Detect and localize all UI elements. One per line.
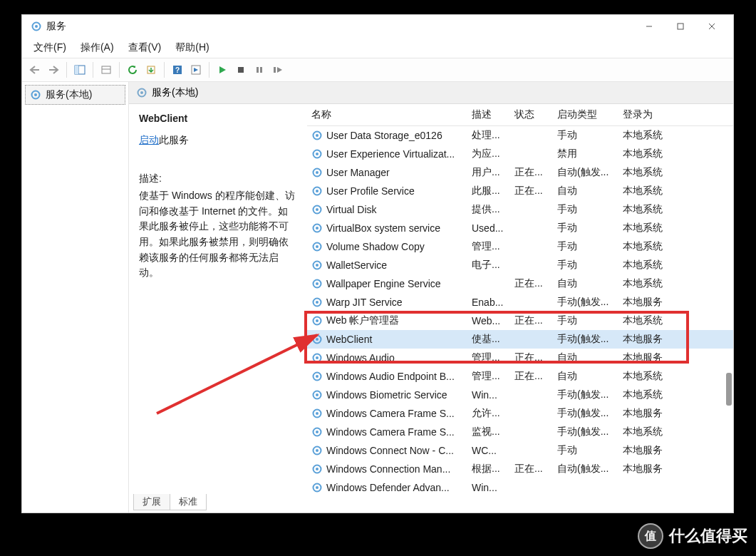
table-row[interactable]: Virtual Disk提供...手动本地系统	[307, 200, 733, 219]
svc-start: 手动(触发...	[553, 333, 618, 346]
table-row[interactable]: Windows Connect Now - C...WC...手动本地服务	[307, 441, 733, 460]
svg-point-48	[316, 356, 319, 359]
watermark-badge: 值	[638, 523, 663, 549]
show-hide-tree-button[interactable]	[71, 61, 88, 78]
svc-start: 自动	[553, 185, 618, 197]
table-row[interactable]: User Experience Virtualizat...为应...禁用本地系…	[307, 145, 733, 163]
menu-action[interactable]: 操作(A)	[73, 39, 121, 56]
svc-start: 手动	[553, 444, 618, 457]
table-row[interactable]: WebClient使基...手动(触发...本地服务	[307, 330, 733, 349]
svc-logon: 本地系统	[618, 370, 677, 383]
gear-icon	[311, 408, 323, 419]
svg-point-22	[140, 91, 143, 94]
svc-desc: Used...	[467, 222, 510, 234]
svc-desc: 管理...	[467, 351, 510, 364]
svc-start: 手动	[553, 129, 618, 142]
svc-status: 正在...	[510, 166, 553, 179]
table-row[interactable]: User Manager用户...正在...自动(触发...本地系统	[307, 163, 733, 182]
maximize-button[interactable]	[665, 15, 696, 38]
properties-button[interactable]	[98, 61, 115, 78]
menu-view[interactable]: 查看(V)	[121, 39, 169, 56]
menu-file[interactable]: 文件(F)	[26, 39, 73, 56]
pane-header: 服务(本地)	[129, 82, 733, 104]
col-desc[interactable]: 描述	[467, 108, 510, 121]
svc-logon: 本地服务	[618, 351, 677, 364]
svg-point-40	[316, 282, 319, 285]
svc-start: 自动(触发...	[553, 463, 618, 475]
svc-logon: 本地系统	[618, 148, 677, 160]
svc-name: Volume Shadow Copy	[326, 241, 425, 252]
svc-logon: 本地服务	[618, 333, 677, 346]
table-row[interactable]: Windows Connection Man...根据...正在...自动(触发…	[307, 460, 733, 478]
svg-rect-3	[678, 24, 683, 29]
table-row[interactable]: Windows Camera Frame S...允许...手动(触发...本地…	[307, 404, 733, 423]
table-row[interactable]: Volume Shadow Copy管理...手动本地系统	[307, 237, 733, 256]
table-row[interactable]: WalletService电子...手动本地系统	[307, 256, 733, 274]
svg-point-20	[34, 93, 37, 96]
menu-help[interactable]: 帮助(H)	[168, 39, 216, 56]
svc-logon: 本地系统	[618, 166, 677, 179]
pause-service-button[interactable]	[251, 61, 268, 78]
export-list-button[interactable]	[143, 61, 160, 78]
svg-point-1	[35, 25, 38, 28]
svc-status: 正在...	[510, 185, 553, 197]
table-row[interactable]: Warp JIT ServiceEnab...手动(触发...本地服务	[307, 293, 733, 312]
svc-name: User Profile Service	[326, 185, 415, 197]
table-row[interactable]: Windows Defender Advan...Win...	[307, 478, 733, 494]
restart-service-button[interactable]	[269, 61, 286, 78]
svc-logon: 本地系统	[618, 185, 677, 197]
table-row[interactable]: User Profile Service此服...正在...自动本地系统	[307, 182, 733, 200]
table-row[interactable]: Wallpaper Engine Service正在...自动本地系统	[307, 274, 733, 293]
tab-standard[interactable]: 标准	[170, 494, 207, 510]
scrollbar-thumb[interactable]	[726, 373, 732, 406]
col-start[interactable]: 启动类型	[553, 108, 618, 121]
app-icon	[31, 21, 42, 32]
svg-point-54	[316, 412, 319, 415]
tree-item-label: 服务(本地)	[46, 88, 92, 101]
toolbar-extra-button[interactable]	[187, 61, 204, 78]
start-service-button[interactable]	[214, 61, 231, 78]
svc-status: 正在...	[510, 351, 553, 364]
close-button[interactable]	[696, 15, 727, 38]
svc-name: Windows Camera Frame S...	[326, 408, 455, 419]
nav-back-button[interactable]	[26, 61, 43, 78]
table-row[interactable]: Windows Camera Frame S...监视...手动(触发...本地…	[307, 423, 733, 441]
toolbar-divider	[66, 62, 67, 78]
table-row[interactable]: Web 帐户管理器Web...正在...手动本地系统	[307, 312, 733, 330]
tab-extended[interactable]: 扩展	[133, 494, 170, 510]
svc-desc: Win...	[467, 389, 510, 401]
svg-point-52	[316, 393, 319, 396]
svg-point-42	[316, 301, 319, 304]
nav-forward-button[interactable]	[45, 61, 62, 78]
col-status[interactable]: 状态	[510, 108, 553, 121]
table-row[interactable]: Windows Audio管理...正在...自动本地服务	[307, 349, 733, 367]
stop-service-button[interactable]	[232, 61, 249, 78]
start-service-link[interactable]: 启动	[139, 134, 159, 145]
toolbar-divider	[93, 62, 93, 78]
table-row[interactable]: VirtualBox system serviceUsed...手动本地系统	[307, 219, 733, 237]
refresh-button[interactable]	[124, 61, 141, 78]
svc-logon: 本地服务	[618, 407, 677, 420]
menubar: 文件(F) 操作(A) 查看(V) 帮助(H)	[22, 38, 733, 58]
svc-desc: 提供...	[467, 203, 510, 216]
gear-icon	[311, 278, 323, 289]
svc-name: User Experience Virtualizat...	[326, 148, 455, 160]
table-row[interactable]: Windows Biometric ServiceWin...手动(触发...本…	[307, 386, 733, 404]
col-name[interactable]: 名称	[307, 108, 467, 121]
help-button[interactable]: ?	[169, 61, 186, 78]
table-row[interactable]: Windows Audio Endpoint B...管理...正在...自动本…	[307, 367, 733, 386]
service-list[interactable]: User Data Storage_e0126处理...手动本地系统User E…	[307, 126, 733, 494]
col-logon[interactable]: 登录为	[618, 108, 677, 121]
svc-desc: 使基...	[467, 333, 510, 346]
toolbar-divider	[119, 62, 120, 78]
minimize-button[interactable]	[633, 15, 665, 38]
services-window: 服务 文件(F) 操作(A) 查看(V) 帮助(H) ?	[21, 14, 734, 513]
tree-services-local[interactable]: 服务(本地)	[25, 85, 125, 105]
svg-point-62	[316, 486, 319, 489]
gear-icon	[311, 426, 323, 438]
selected-service-name: WebClient	[139, 113, 297, 124]
svg-point-46	[316, 338, 319, 341]
table-row[interactable]: User Data Storage_e0126处理...手动本地系统	[307, 126, 733, 145]
svc-start: 手动	[553, 222, 618, 235]
svc-desc: 此服...	[467, 185, 510, 197]
